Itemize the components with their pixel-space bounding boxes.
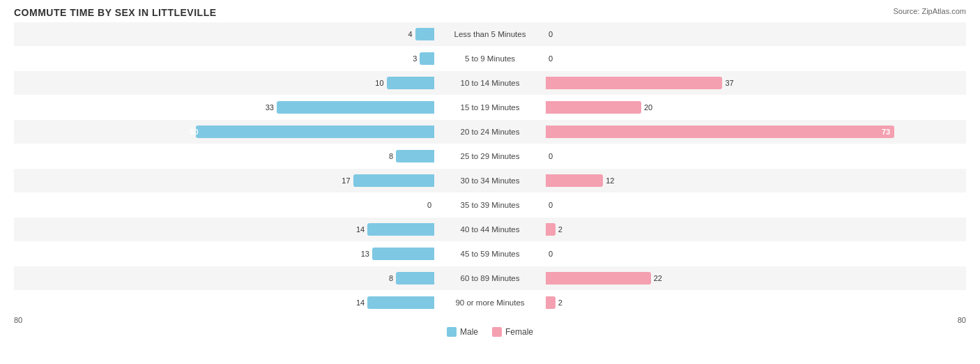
male-bar	[196, 126, 434, 138]
female-bar	[546, 223, 556, 236]
male-bar	[387, 77, 434, 89]
male-value: 33	[266, 103, 274, 112]
table-row: 20 to 24 Minutes5073	[14, 120, 966, 144]
row-label: Less than 5 Minutes	[454, 30, 526, 38]
axis-left: 80	[14, 316, 22, 324]
male-value: 14	[356, 225, 365, 234]
row-label: 45 to 59 Minutes	[460, 250, 519, 258]
table-row: 25 to 29 Minutes80	[14, 144, 966, 168]
legend-male: Male	[447, 327, 478, 337]
female-value: 20	[644, 103, 652, 112]
row-label: 10 to 14 Minutes	[460, 79, 519, 87]
row-label: 25 to 29 Minutes	[460, 152, 519, 160]
axis-right: 80	[958, 316, 966, 324]
female-bar	[546, 126, 894, 138]
female-value: 0	[549, 152, 553, 160]
table-row: 45 to 59 Minutes130	[14, 242, 966, 266]
row-label: 5 to 9 Minutes	[465, 54, 515, 63]
female-value: 73	[882, 128, 890, 136]
male-value: 50	[190, 128, 198, 136]
axis-labels: 80 80	[14, 316, 966, 324]
chart-area: Less than 5 Minutes405 to 9 Minutes3010 …	[14, 22, 966, 314]
female-value: 2	[558, 225, 562, 234]
table-row: 60 to 89 Minutes822	[14, 266, 966, 290]
male-bar	[372, 248, 434, 260]
row-label: 40 to 44 Minutes	[460, 225, 519, 234]
male-bar	[396, 272, 434, 285]
male-bar	[415, 28, 434, 40]
table-row: 35 to 39 Minutes00	[14, 193, 966, 217]
male-bar	[367, 296, 434, 309]
male-value: 3	[413, 54, 417, 63]
row-label: 15 to 19 Minutes	[460, 103, 519, 112]
female-legend-label: Female	[505, 327, 533, 337]
male-value: 13	[361, 250, 369, 258]
table-row: 5 to 9 Minutes30	[14, 47, 966, 70]
table-row: 30 to 34 Minutes1712	[14, 169, 966, 192]
legend: Male Female	[14, 327, 966, 337]
table-row: 15 to 19 Minutes3320	[14, 96, 966, 119]
row-label: 90 or more Minutes	[455, 298, 524, 307]
female-legend-box	[492, 327, 502, 337]
male-value: 14	[356, 298, 365, 307]
female-value: 0	[549, 250, 553, 258]
female-bar	[546, 77, 722, 89]
male-legend-label: Male	[460, 327, 478, 337]
chart-container: COMMUTE TIME BY SEX IN LITTLEVILLE Sourc…	[0, 0, 980, 364]
male-legend-box	[447, 327, 457, 337]
female-value: 0	[549, 30, 553, 38]
male-value: 8	[389, 274, 393, 282]
source-label: Source: ZipAtlas.com	[893, 7, 966, 15]
row-label: 35 to 39 Minutes	[460, 201, 519, 209]
male-bar	[367, 223, 434, 236]
female-value: 12	[606, 176, 614, 185]
table-row: 40 to 44 Minutes142	[14, 218, 966, 241]
male-bar	[353, 174, 434, 187]
row-label: 60 to 89 Minutes	[460, 274, 519, 282]
male-value: 0	[427, 201, 431, 209]
female-value: 0	[549, 54, 553, 63]
male-bar	[277, 101, 434, 114]
female-value: 0	[549, 201, 553, 209]
female-bar	[546, 174, 603, 187]
row-label: 30 to 34 Minutes	[460, 176, 519, 185]
table-row: 10 to 14 Minutes1037	[14, 71, 966, 95]
male-value: 10	[375, 79, 383, 87]
female-bar	[546, 101, 641, 114]
legend-female: Female	[492, 327, 533, 337]
female-value: 37	[725, 79, 733, 87]
male-bar	[396, 150, 434, 162]
female-value: 22	[654, 274, 662, 282]
female-value: 2	[558, 298, 562, 307]
male-bar	[420, 52, 434, 65]
male-value: 4	[408, 30, 412, 38]
table-row: Less than 5 Minutes40	[14, 22, 966, 46]
male-value: 8	[389, 152, 393, 160]
table-row: 90 or more Minutes142	[14, 291, 966, 314]
female-bar	[546, 272, 651, 285]
chart-title: COMMUTE TIME BY SEX IN LITTLEVILLE	[14, 7, 966, 18]
female-bar	[546, 296, 556, 309]
male-value: 17	[342, 176, 350, 185]
row-label: 20 to 24 Minutes	[460, 128, 519, 136]
